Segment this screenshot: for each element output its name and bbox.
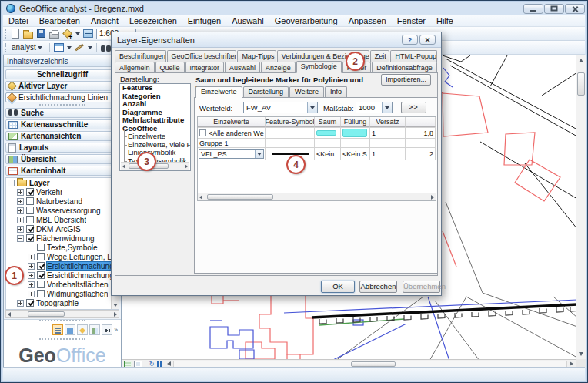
tree-item[interactable]: Widmungsflächen: [6, 289, 119, 298]
tree-item[interactable]: Wasserversorgung: [6, 206, 119, 215]
maximize-button[interactable]: [544, 4, 564, 14]
tab-symbologie[interactable]: Symbologie: [296, 61, 342, 73]
tree-item[interactable]: Topographie: [6, 298, 119, 307]
wertefeld-combobox[interactable]: FW_AV: [243, 102, 318, 113]
menu-einfuegen[interactable]: Einfügen: [182, 16, 226, 25]
menu-bearbeiten[interactable]: Bearbeiten: [34, 16, 85, 25]
pause-drawing-icon[interactable]: [157, 361, 163, 367]
tab-geooffice-beschriften[interactable]: GeoOffice beschriften: [167, 50, 237, 62]
layer-checkbox[interactable]: [26, 188, 34, 196]
collapse-icon[interactable]: [17, 235, 24, 242]
expand-icon[interactable]: [17, 207, 24, 214]
collapse-icon[interactable]: [8, 180, 15, 186]
col-fuellung[interactable]: Füllung: [341, 117, 370, 127]
expand-icon[interactable]: [17, 300, 24, 307]
menu-anpassen[interactable]: Anpassen: [343, 16, 392, 25]
edit-tool-dropdown-icon[interactable]: [88, 46, 92, 49]
col-einzelwerte[interactable]: Einzelwerte: [198, 117, 266, 127]
open-button[interactable]: [22, 28, 34, 39]
dialog-close-button[interactable]: [419, 35, 436, 45]
sidebar-item-kartenansichten[interactable]: Kartenansichten: [5, 131, 119, 141]
sidebar-item-layouts[interactable]: Layouts: [5, 143, 119, 153]
add-data-button[interactable]: +: [62, 28, 73, 39]
tab-allgemein[interactable]: Allgemein: [115, 62, 155, 73]
layer-checkbox[interactable]: [26, 225, 34, 233]
table-row[interactable]: VFL_PS <Kein <Kein S 1 2: [198, 148, 436, 160]
tree-horizontal-scrollbar[interactable]: [5, 310, 119, 318]
method-anzahl[interactable]: Anzahl: [120, 100, 190, 109]
tree-item[interactable]: MBL Übersicht: [6, 215, 119, 224]
expand-icon[interactable]: [17, 217, 24, 223]
table-tool-button[interactable]: [53, 42, 65, 53]
import-button[interactable]: Importieren...: [381, 74, 431, 86]
search-tool-button[interactable]: [100, 42, 112, 53]
save-button[interactable]: [35, 28, 47, 39]
expand-icon[interactable]: [17, 189, 24, 196]
tree-item-layer-root[interactable]: Layer: [6, 178, 119, 187]
tab-integrator[interactable]: Integrator: [185, 62, 225, 73]
expand-icon[interactable]: [28, 272, 35, 279]
layer-checkbox[interactable]: [37, 290, 45, 297]
tab-beschriftungen[interactable]: Beschriftungen: [115, 50, 166, 62]
ok-button[interactable]: OK: [321, 281, 355, 293]
method-einzelwerte[interactable]: Einzelwerte: [120, 133, 190, 141]
dropdown-icon[interactable]: [307, 102, 317, 113]
toc-source-button[interactable]: [65, 324, 75, 335]
expand-icon[interactable]: [28, 291, 35, 297]
map-scale-icon[interactable]: [82, 28, 94, 39]
layer-checkbox[interactable]: [37, 271, 45, 279]
table-horizontal-scrollbar[interactable]: [198, 193, 436, 200]
expand-icon[interactable]: [17, 198, 24, 205]
layer-checkbox[interactable]: [37, 281, 45, 288]
method-features[interactable]: Features: [120, 84, 190, 92]
menu-hilfe[interactable]: Hilfe: [431, 16, 459, 25]
toc-selection-button[interactable]: [89, 324, 100, 335]
saum-color-swatch[interactable]: [316, 130, 336, 136]
print-button[interactable]: [48, 28, 60, 39]
dropdown-icon[interactable]: [382, 102, 392, 113]
cell-extra[interactable]: 1,8: [406, 128, 436, 138]
apply-button[interactable]: Übernehmen: [403, 281, 440, 293]
overflow-chevron-icon[interactable]: »: [114, 326, 118, 334]
menu-ansicht[interactable]: Ansicht: [85, 16, 124, 25]
col-saum[interactable]: Saum: [315, 117, 341, 127]
toolbar-grip[interactable]: [5, 43, 7, 52]
expand-icon[interactable]: [28, 281, 35, 288]
dropdown-icon[interactable]: [255, 150, 263, 158]
dialog-help-button[interactable]: [402, 35, 418, 45]
layer-checkbox[interactable]: [26, 299, 34, 307]
tree-item[interactable]: Naturbestand: [6, 197, 119, 206]
inner-tab-weitere[interactable]: Weitere: [289, 86, 324, 97]
tree-item[interactable]: Vorbehaltsflächen: [6, 280, 119, 289]
tab-auswahl[interactable]: Auswahl: [225, 62, 260, 73]
tab-html-popup[interactable]: HTML-Popup: [390, 50, 437, 62]
expand-icon[interactable]: [17, 226, 24, 233]
toc-visibility-button[interactable]: [77, 324, 88, 335]
add-data-dropdown-icon[interactable]: [75, 32, 80, 35]
layer-checkbox[interactable]: [26, 197, 34, 205]
massstab-combobox[interactable]: 1000: [356, 102, 393, 113]
inner-tab-info[interactable]: Info: [325, 86, 347, 97]
analyst-menu-button[interactable]: analyst: [8, 42, 47, 53]
layer-checkbox[interactable]: [26, 216, 34, 223]
col-feature-symbol[interactable]: Feature-Symbol: [266, 117, 315, 127]
active-layer-value[interactable]: Ersichtlichmachung Linien: [5, 92, 119, 102]
col-versatz[interactable]: Versatz: [370, 117, 406, 127]
tree-item[interactable]: Texte,Symbole: [6, 243, 119, 252]
col-extra[interactable]: [406, 117, 436, 127]
title-bar[interactable]: GeoOffice analyst - Bregenz.mxd: [3, 2, 585, 15]
tab-map-tipps[interactable]: Map-Tipps: [237, 50, 276, 62]
method-mehrfachattribute[interactable]: Mehrfachattribute: [120, 116, 190, 125]
layer-checkbox[interactable]: [26, 207, 34, 214]
edit-tool-button[interactable]: [74, 42, 85, 53]
menu-datei[interactable]: Datei: [3, 16, 34, 25]
sidebar-item-uebersicht[interactable]: Übersicht: [5, 154, 119, 164]
menu-lesezeichen[interactable]: Lesezeichen: [124, 16, 182, 25]
scroll-left-icon[interactable]: [167, 361, 171, 366]
new-document-button[interactable]: [9, 28, 21, 39]
value-combobox[interactable]: VFL_PS: [199, 149, 264, 159]
fuellung-color-swatch[interactable]: [342, 129, 367, 137]
cell-saum[interactable]: <Kein: [315, 148, 341, 160]
table-group-row[interactable]: Gruppe 1: [198, 139, 436, 148]
menu-fenster[interactable]: Fenster: [392, 16, 431, 25]
